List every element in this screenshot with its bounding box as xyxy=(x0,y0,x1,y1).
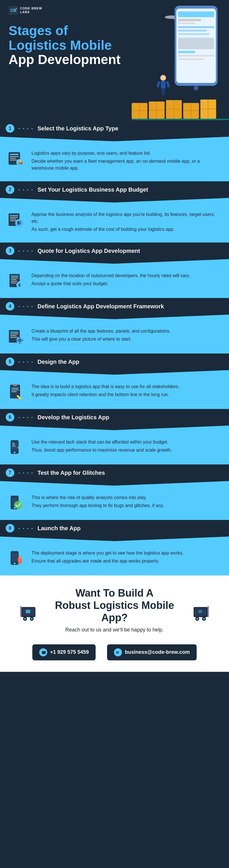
svg-rect-50 xyxy=(10,156,19,157)
step-4-icon xyxy=(6,328,26,345)
steps-container: 1 - - - - Select the Logistics App Type … xyxy=(0,120,229,576)
phone-icon: ☎ xyxy=(39,648,47,656)
step-5-dots: - - - - xyxy=(18,359,33,365)
cart-left-icon: ☎ xyxy=(20,604,42,624)
step-3-header: 3 - - - - Quote for Logistics App Develo… xyxy=(0,243,229,259)
phone-illustration xyxy=(166,3,226,100)
svg-text:$: $ xyxy=(18,283,21,287)
step-1-wrapper: 1 - - - - Select the Logistics App Type … xyxy=(0,120,229,181)
svg-rect-51 xyxy=(10,158,16,159)
step-5-title: Design the App xyxy=(37,359,79,365)
svg-rect-43 xyxy=(161,81,166,89)
svg-rect-67 xyxy=(11,277,18,278)
step-2-dots: - - - - xyxy=(18,187,33,193)
svg-text:☎: ☎ xyxy=(41,650,46,655)
svg-text:✉: ✉ xyxy=(198,609,202,614)
step-8-icon xyxy=(6,550,26,567)
svg-point-80 xyxy=(19,340,21,341)
step-3-text: Depending on the location of outsourced … xyxy=(31,272,190,288)
svg-rect-62 xyxy=(18,221,21,222)
svg-rect-23 xyxy=(178,55,214,57)
svg-rect-16 xyxy=(178,19,201,21)
step-5-text: The idea is to build a logistics app tha… xyxy=(31,383,179,399)
step-8-wrapper: 8 - - - - Launch the App The dep xyxy=(0,520,229,576)
svg-rect-24 xyxy=(178,58,204,60)
svg-text:✉: ✉ xyxy=(116,651,119,655)
svg-rect-118 xyxy=(20,606,22,617)
step-5-number: 5 xyxy=(6,358,14,366)
svg-rect-47 xyxy=(166,81,170,88)
step-7-icon xyxy=(6,494,26,512)
step-6-header: 6 - - - - Develop the Logistics App xyxy=(0,409,229,426)
svg-rect-89 xyxy=(11,391,17,392)
svg-point-42 xyxy=(160,75,166,81)
person-illustration xyxy=(154,74,172,103)
svg-rect-15 xyxy=(178,11,214,17)
email-icon: ✉ xyxy=(114,648,122,656)
svg-rect-19 xyxy=(178,30,207,31)
step-4-number: 4 xyxy=(6,302,14,311)
svg-point-98 xyxy=(14,452,16,453)
step-7-header: 7 - - - - Test the App for Glitches xyxy=(0,464,229,481)
step-1-header: 1 - - - - Select the Logistics App Type xyxy=(0,120,229,137)
step-3-wrapper: 3 - - - - Quote for Logistics App Develo… xyxy=(0,243,229,298)
svg-rect-63 xyxy=(18,222,21,223)
logo-icon: CB xyxy=(8,6,18,15)
svg-text:CB: CB xyxy=(10,8,16,12)
step-1-text: Logistics apps vary by purpose, end user… xyxy=(31,150,223,173)
step-3-icon: $ xyxy=(6,272,26,289)
step-2-content: $ Apprise the business analysts of the l… xyxy=(0,203,229,243)
step-2-wrapper: 2 - - - - Set Your Logistics Business Ap… xyxy=(0,181,229,243)
step-8-number: 8 xyxy=(6,524,14,532)
svg-rect-97 xyxy=(12,446,16,447)
svg-rect-105 xyxy=(12,553,18,561)
step-7-wrapper: 7 - - - - Test the App for Glitches This… xyxy=(0,464,229,520)
cart-right-icon: ✉ xyxy=(187,604,209,624)
step-7-text: This is where the role of quality analys… xyxy=(31,494,164,510)
step-4-content: Create a blueprint of all the app featur… xyxy=(0,319,229,353)
svg-rect-74 xyxy=(10,332,18,333)
step-4-header: 4 - - - - Define Logistics App Developme… xyxy=(0,298,229,315)
svg-rect-20 xyxy=(178,33,209,35)
svg-rect-69 xyxy=(11,281,17,282)
step-1-icon: 📦 xyxy=(6,150,26,167)
svg-rect-86 xyxy=(13,384,17,386)
cta-section: ☎ Want To Build A Robust Logistics Mobil… xyxy=(0,576,229,672)
svg-rect-46 xyxy=(156,81,160,88)
step-7-number: 7 xyxy=(6,468,14,477)
step-7-title: Test the App for Glitches xyxy=(37,470,105,476)
svg-text:📦: 📦 xyxy=(18,160,23,165)
phone-button[interactable]: ☎ +1 929 575 5459 xyxy=(32,644,96,660)
email-button[interactable]: ✉ business@code-brew.com xyxy=(107,644,197,660)
step-8-dots: - - - - xyxy=(18,525,33,531)
step-3-dots: - - - - xyxy=(18,248,33,254)
step-1-content: 📦 Logistics apps vary by purpose, end us… xyxy=(0,141,229,181)
step-8-content: The deployment stage is where you get to… xyxy=(0,541,229,576)
svg-rect-76 xyxy=(10,335,17,336)
svg-rect-84 xyxy=(22,340,23,341)
step-8-header: 8 - - - - Launch the App xyxy=(0,520,229,536)
step-4-dots: - - - - xyxy=(18,304,33,309)
svg-rect-75 xyxy=(10,334,18,334)
svg-rect-126 xyxy=(207,606,209,617)
step-2-icon: $ xyxy=(6,211,26,228)
step-4-title: Define Logistics App Development Framewo… xyxy=(37,303,164,310)
step-1-title: Select the Logistics App Type xyxy=(37,125,118,132)
svg-rect-52 xyxy=(10,160,17,160)
step-8-title: Launch the App xyxy=(37,525,80,532)
svg-rect-94 xyxy=(12,443,14,443)
svg-rect-83 xyxy=(16,340,18,341)
step-6-icon: </> xyxy=(6,439,26,456)
svg-rect-49 xyxy=(10,154,19,155)
step-3-content: $ Depending on the location of outsource… xyxy=(0,264,229,298)
svg-rect-88 xyxy=(11,390,19,391)
step-3-number: 3 xyxy=(6,247,14,255)
svg-rect-81 xyxy=(20,337,20,338)
svg-point-103 xyxy=(14,501,22,509)
svg-rect-21 xyxy=(178,38,214,49)
svg-rect-58 xyxy=(10,218,16,219)
step-2-title: Set Your Logistics Business App Budget xyxy=(37,186,148,193)
svg-rect-66 xyxy=(11,276,18,277)
svg-point-123 xyxy=(196,618,198,620)
hero-section: CB CODE BREW LABS Stages of Logistics Mo… xyxy=(0,0,229,120)
